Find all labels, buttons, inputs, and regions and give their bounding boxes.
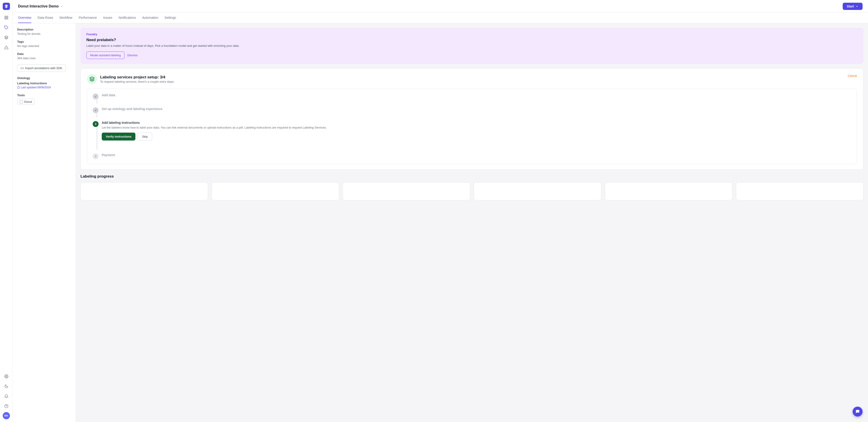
foundry-tag: Foundry <box>86 33 858 36</box>
svg-rect-1 <box>6 16 8 17</box>
step-2-title: Set up ontology and labeling experience <box>102 107 851 111</box>
svg-rect-2 <box>5 18 6 19</box>
steps-container: Add data Set up ontology and labeling ex… <box>87 89 857 164</box>
tab-notifications[interactable]: Notifications <box>119 13 136 23</box>
document-icon <box>17 86 20 89</box>
tags-label: Tags <box>17 40 71 43</box>
grid-icon[interactable] <box>2 13 10 22</box>
step-2-connector <box>97 113 97 117</box>
progress-title: Labeling progress <box>81 174 864 179</box>
description-label: Description <box>17 28 71 31</box>
title-text: Donut Interactive Demo <box>18 4 59 8</box>
step-3-desc: Let the labelers know how to label your … <box>102 125 851 130</box>
progress-card-2 <box>212 182 339 200</box>
foundry-desc: Label your data in a matter of hours ins… <box>86 44 858 47</box>
dismiss-button[interactable]: Dismiss <box>127 54 138 57</box>
step-1-title: Add data <box>102 93 851 97</box>
tags-value: No tags selected <box>17 44 71 48</box>
start-label: Start <box>847 4 854 8</box>
step-3-title: Add labeling instructions <box>102 121 851 125</box>
tool-box-icon <box>20 100 23 103</box>
description-section: Description Testing for donuts <box>17 28 71 35</box>
tab-settings[interactable]: Settings <box>164 13 176 23</box>
help-icon[interactable] <box>2 402 10 410</box>
svg-point-8 <box>6 376 7 377</box>
start-button[interactable]: Start <box>843 3 863 10</box>
progress-card-3 <box>343 182 470 200</box>
left-panel: Description Testing for donuts Tags No t… <box>13 23 76 422</box>
step-2-indicator <box>93 107 98 113</box>
step-1-connector <box>97 99 97 103</box>
verify-instructions-button[interactable]: Verify instructions <box>102 133 135 140</box>
moon-icon[interactable] <box>2 382 10 390</box>
sidebar-bottom: RH <box>2 372 10 419</box>
step-4-row: 4 Payment <box>93 153 851 159</box>
step-2-row: Set up ontology and labeling experience <box>93 107 851 117</box>
svg-rect-3 <box>6 18 8 19</box>
description-value: Testing for donuts <box>17 32 71 35</box>
right-content: Foundry Need prelabels? Label your data … <box>76 23 868 422</box>
step-3-indicator: 3 <box>93 121 98 127</box>
chat-bubble-button[interactable] <box>852 407 863 417</box>
import-icon <box>21 67 24 70</box>
nav-tabs: Overview Data Rows Workflow Performance … <box>13 13 868 23</box>
progress-section: Labeling progress <box>81 174 864 200</box>
step-4-indicator: 4 <box>93 153 98 159</box>
app-logo[interactable] <box>3 3 10 10</box>
tab-overview[interactable]: Overview <box>18 13 31 23</box>
tools-label: Tools <box>17 94 71 97</box>
step-3-content: Add labeling instructions Let the labele… <box>102 121 851 140</box>
warning-icon[interactable] <box>2 43 10 52</box>
step-4-content: Payment <box>102 153 851 158</box>
tags-section: Tags No tags selected <box>17 40 71 48</box>
skip-button[interactable]: Skip <box>138 133 152 140</box>
foundry-actions: Model assisted labeling Dismiss <box>86 52 858 59</box>
sidebar: RH <box>0 0 13 422</box>
step-1-row: Add data <box>93 93 851 103</box>
setup-header: Labeling services project setup: 3/4 To … <box>87 74 857 84</box>
tab-data-rows[interactable]: Data Rows <box>37 13 53 23</box>
model-assisted-labeling-button[interactable]: Model assisted labeling <box>86 52 125 59</box>
tab-performance[interactable]: Performance <box>79 13 97 23</box>
step-1-content: Add data <box>102 93 851 98</box>
progress-card-1 <box>81 182 208 200</box>
step-3-row: 3 Add labeling instructions Let the labe… <box>93 121 851 150</box>
tab-issues[interactable]: Issues <box>103 13 112 23</box>
instructions-label: Labeling instructions <box>17 82 71 85</box>
bell-icon[interactable] <box>2 392 10 400</box>
step-3-actions: Verify instructions Skip <box>102 133 851 140</box>
tag-icon[interactable] <box>2 24 10 32</box>
setup-title: Labeling services project setup: 3/4 <box>100 75 174 79</box>
project-title[interactable]: Donut Interactive Demo <box>18 4 63 8</box>
data-label: Data <box>17 52 71 56</box>
setup-icon <box>87 74 97 84</box>
setup-subtitle: To request labeling services, there's a … <box>100 80 174 84</box>
data-value: 364 data rows <box>17 57 71 60</box>
step-2-content: Set up ontology and labeling experience <box>102 107 851 111</box>
progress-card-5 <box>605 182 733 200</box>
chat-icon <box>855 409 860 414</box>
progress-cards <box>81 182 864 200</box>
progress-card-4 <box>474 182 601 200</box>
foundry-title: Need prelabels? <box>86 38 858 42</box>
ontology-label: Ontology <box>17 76 71 80</box>
instructions-date-text: Last updated 09/06/2024 <box>21 86 51 89</box>
import-annotations-button[interactable]: Import annotations with SDK <box>17 64 66 72</box>
import-btn-label: Import annotations with SDK <box>25 66 62 70</box>
tab-workflow[interactable]: Workflow <box>59 13 72 23</box>
layers-icon[interactable] <box>2 33 10 41</box>
tab-automation[interactable]: Automation <box>142 13 158 23</box>
start-chevron-icon <box>855 5 859 8</box>
setup-card: Labeling services project setup: 3/4 To … <box>81 68 864 170</box>
step-4-title: Payment <box>102 153 851 157</box>
cancel-button[interactable]: Cancel <box>848 74 857 77</box>
data-section: Data 364 data rows <box>17 52 71 60</box>
tools-section: Tools Donut <box>17 94 71 105</box>
setup-header-left: Labeling services project setup: 3/4 To … <box>87 74 174 84</box>
header: Donut Interactive Demo Start <box>13 0 868 13</box>
settings-icon[interactable] <box>2 372 10 381</box>
user-avatar[interactable]: RH <box>3 412 10 419</box>
setup-title-group: Labeling services project setup: 3/4 To … <box>100 75 174 84</box>
tool-badge: Donut <box>17 99 35 105</box>
instructions-date-link[interactable]: Last updated 09/06/2024 <box>17 86 71 89</box>
